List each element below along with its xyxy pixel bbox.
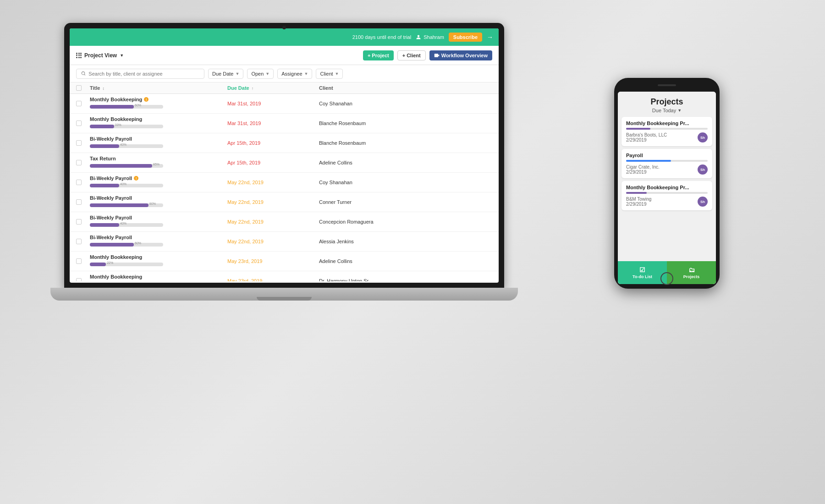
- progress-label: 60%: [134, 104, 141, 107]
- grid-icon: [76, 53, 82, 58]
- phone-content: Projects Due Today ▼ Monthly Bookkeeping…: [618, 92, 716, 261]
- laptop-base: [50, 288, 518, 301]
- project-view-button[interactable]: Project View ▼: [76, 52, 124, 59]
- client-filter[interactable]: Client ▼: [316, 69, 343, 79]
- phone-card[interactable]: Payroll Cigar Crate, Inc. 2/29/2019 Sh: [622, 149, 712, 178]
- app-header: 2100 days until end of trial Shahram Sub…: [70, 28, 499, 46]
- table-body: Monthly Bookkeeping ! 60% Mar 31st, 2019…: [70, 94, 499, 281]
- row-checkbox[interactable]: [76, 101, 90, 106]
- phone-home-button[interactable]: [660, 272, 673, 285]
- row-title: Bi-Weekly Payroll !: [90, 175, 227, 181]
- phone-subtitle-chevron: ▼: [677, 108, 682, 113]
- table-row: Bi-Weekly Payroll 80% May 22nd, 2019 Con…: [70, 192, 499, 212]
- row-checkbox[interactable]: [76, 278, 90, 281]
- row-due-date: Apr 15th, 2019: [227, 160, 319, 165]
- workflow-label: Workflow Overview: [441, 53, 488, 58]
- row-title: Bi-Weekly Payroll: [90, 215, 227, 220]
- phone: Projects Due Today ▼ Monthly Bookkeeping…: [614, 78, 720, 289]
- tab-todo[interactable]: ☑ To-do List: [618, 261, 667, 284]
- row-due-date: Mar 31st, 2019: [227, 101, 319, 106]
- row-checkbox[interactable]: [76, 160, 90, 165]
- select-all-checkbox[interactable]: [76, 85, 82, 91]
- progress-fill: [90, 105, 134, 109]
- row-title: Monthly Bookkeeping: [90, 274, 227, 279]
- phone-card-title: Monthly Bookkeeping Pr...: [626, 121, 708, 126]
- table-row: Bi-Weekly Payroll 40% May 22nd, 2019 Con…: [70, 212, 499, 232]
- table-header: Title ↕ Due Date ↑ Client: [70, 82, 499, 94]
- laptop: 2100 days until end of trial Shahram Sub…: [64, 23, 504, 321]
- row-client: Coy Shanahan: [319, 101, 492, 106]
- add-project-button[interactable]: + Project: [363, 50, 394, 60]
- due-date-filter[interactable]: Due Date ▼: [208, 69, 243, 79]
- progress-fill: [90, 263, 106, 266]
- todo-icon: ☑: [639, 266, 645, 274]
- progress-label: 80%: [148, 202, 156, 205]
- row-due-date: May 22nd, 2019: [227, 219, 319, 225]
- add-client-button[interactable]: + Client: [397, 50, 426, 60]
- col-due-header[interactable]: Due Date ↑: [227, 85, 319, 91]
- phone-avatar: Sh: [698, 132, 708, 142]
- toolbar-right: + Project + Client Workflow Overview: [363, 50, 492, 60]
- phone-card[interactable]: Monthly Bookkeeping Pr... Barbra's Boots…: [622, 117, 712, 146]
- phone-avatar: Sh: [698, 197, 708, 207]
- row-client: Adeline Collins: [319, 160, 492, 165]
- row-client: Coy Shanahan: [319, 180, 492, 185]
- row-checkbox[interactable]: [76, 258, 90, 264]
- row-client: Blanche Rosenbaum: [319, 140, 492, 146]
- toolbar: Project View ▼ + Project + Client Workfl…: [70, 46, 499, 65]
- col-title-header[interactable]: Title ↕: [90, 85, 227, 91]
- progress-fill: [90, 223, 119, 227]
- chevron-down-icon: ▼: [120, 53, 124, 58]
- assignee-filter[interactable]: Assignee ▼: [277, 69, 312, 79]
- row-checkbox[interactable]: [76, 180, 90, 185]
- status-filter[interactable]: Open ▼: [247, 69, 274, 79]
- phone-body: Projects Due Today ▼ Monthly Bookkeeping…: [614, 78, 720, 289]
- client-filter-label: Client: [320, 71, 333, 77]
- status-chevron: ▼: [265, 71, 270, 76]
- row-client: Conner Turner: [319, 199, 492, 205]
- due-date-label: Due Date: [212, 71, 233, 77]
- video-icon: [434, 53, 440, 58]
- col-checkbox-header: [76, 85, 90, 91]
- progress-fill: [90, 125, 114, 128]
- row-title: Bi-Weekly Payroll: [90, 195, 227, 201]
- row-checkbox[interactable]: [76, 199, 90, 205]
- search-input[interactable]: [88, 71, 199, 77]
- row-checkbox[interactable]: [76, 140, 90, 146]
- phone-progress-bar: [626, 128, 708, 130]
- phone-card-title: Payroll: [626, 153, 708, 158]
- assignee-chevron: ▼: [304, 71, 308, 76]
- subscribe-button[interactable]: Subscribe: [449, 33, 482, 42]
- filters-row: Due Date ▼ Open ▼ Assignee ▼ Client ▼: [70, 65, 499, 82]
- phone-card-info: Barbra's Boots, LLC 2/29/2019 Sh: [626, 132, 708, 142]
- row-title: Tax Return: [90, 156, 227, 161]
- progress-bar: [90, 105, 163, 109]
- username-label: Shahram: [424, 34, 444, 40]
- progress-fill: [90, 203, 148, 207]
- progress-label: 40%: [119, 222, 126, 225]
- laptop-camera: [282, 26, 286, 29]
- table-row: Monthly Bookkeeping 65% May 23rd, 2019 D…: [70, 271, 499, 281]
- logout-icon[interactable]: →: [487, 33, 493, 41]
- progress-fill: [90, 184, 119, 187]
- workflow-overview-button[interactable]: Workflow Overview: [429, 50, 492, 60]
- tab-projects[interactable]: 🗂 Projects: [667, 261, 716, 284]
- row-checkbox[interactable]: [76, 239, 90, 244]
- phone-card[interactable]: Monthly Bookkeeping Pr... B&M Towing 2/2…: [622, 181, 712, 210]
- row-client: Alessia Jenkins: [319, 239, 492, 244]
- phone-card-title: Monthly Bookkeeping Pr...: [626, 185, 708, 190]
- row-client: Dr. Harmony Upton Sr.: [319, 278, 492, 281]
- phone-progress-fill: [626, 192, 647, 194]
- row-due-date: May 22nd, 2019: [227, 239, 319, 244]
- progress-label: 40%: [119, 182, 126, 186]
- row-checkbox[interactable]: [76, 121, 90, 126]
- phone-progress-bar: [626, 160, 708, 162]
- row-title: Monthly Bookkeeping: [90, 254, 227, 260]
- progress-label: 85%: [152, 163, 160, 166]
- assignee-label: Assignee: [281, 71, 302, 77]
- row-checkbox[interactable]: [76, 219, 90, 225]
- row-due-date: Apr 15th, 2019: [227, 140, 319, 146]
- search-box[interactable]: [76, 69, 204, 79]
- status-label: Open: [251, 71, 264, 77]
- user-icon: [416, 34, 421, 40]
